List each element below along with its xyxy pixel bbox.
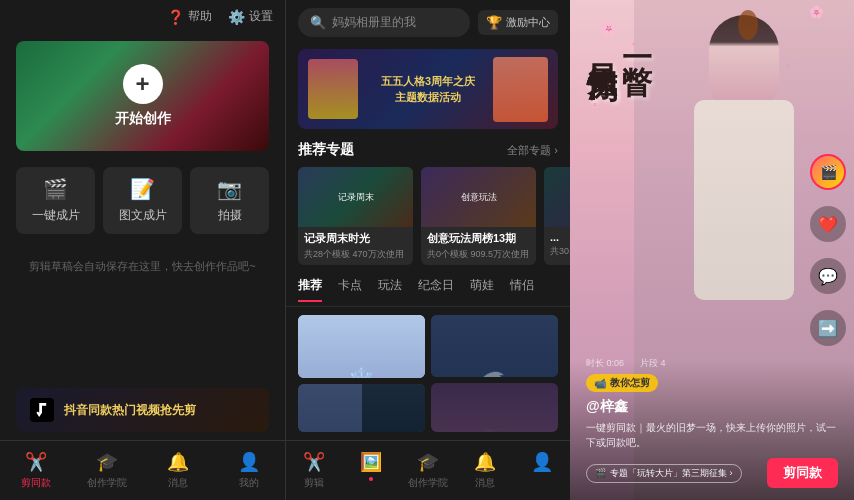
settings-icon: ⚙️	[228, 9, 245, 25]
ad-banner[interactable]: 五五人格3周年之庆主题数据活动	[298, 49, 558, 129]
nav-item-profile[interactable]: 👤 我的	[214, 447, 285, 494]
nav-item-message[interactable]: 🔔 消息	[143, 447, 214, 494]
edit-button[interactable]: 剪同款	[767, 458, 838, 488]
mid-nav-academy[interactable]: 🎓 创作学院	[400, 447, 457, 494]
promo-banner[interactable]: 抖音同款热门视频抢先剪	[16, 388, 269, 432]
shoot-btn[interactable]: 📷 拍摄	[190, 167, 269, 234]
username[interactable]: @梓鑫	[586, 398, 838, 416]
topic-thumb-2: 创意玩法	[421, 167, 536, 227]
heart-icon: ❤️	[818, 215, 838, 234]
message-icon: 🔔	[167, 451, 189, 473]
image-text-icon: 📝	[130, 177, 155, 201]
topics-title: 推荐专题	[298, 141, 354, 159]
plus-icon: +	[123, 64, 163, 104]
search-placeholder: 妈妈相册里的我	[332, 14, 416, 31]
shoot-label: 拍摄	[218, 207, 242, 224]
ad-decoration	[308, 59, 358, 119]
avatar-small[interactable]: 🎬	[810, 154, 846, 190]
scissors-icon: ✂️	[25, 451, 47, 473]
comment-button[interactable]: 💬	[810, 258, 846, 294]
create-area[interactable]: + 开始创作	[16, 41, 269, 151]
mid-nav-edit[interactable]: ✂️ 剪辑	[286, 447, 343, 494]
topic-stats-3: 共30...	[550, 245, 570, 258]
topic-card-2[interactable]: 创意玩法 创意玩法周榜13期 共0个模板 909.5万次使用	[421, 167, 536, 265]
nav-edit-label: 剪同款	[21, 476, 51, 490]
topic-thumb-1: 记录周末	[298, 167, 413, 227]
mid-nav-message-label: 消息	[475, 476, 495, 490]
right-sidebar-icons: 🎬 ❤️ 💬 ➡️	[810, 154, 846, 346]
mid-profile-icon: 👤	[531, 451, 553, 473]
panel-mid: 🔍 妈妈相册里的我 🏆 激励中心 五五人格3周年之庆主题数据活动 推荐专题 全部…	[285, 0, 570, 500]
academy-icon: 🎓	[96, 451, 118, 473]
topic-stats-2: 共0个模板 909.5万次使用	[427, 248, 530, 261]
title-text-area: 早知惊鸿 一瞥	[586, 40, 654, 48]
share-button[interactable]: ➡️	[810, 310, 846, 346]
topic-info-3: ... 共30...	[544, 227, 570, 262]
filter-tab-play[interactable]: 玩法	[378, 277, 402, 302]
topic-card-3[interactable]: B ... 共30...	[544, 167, 570, 265]
template-card-3[interactable]: 🌊 天之岳	[431, 315, 558, 377]
filter-tab-anniversary[interactable]: 纪念日	[418, 277, 454, 302]
action-row: 🎬 一键成片 📝 图文成片 📷 拍摄	[16, 167, 269, 234]
comment-icon: 💬	[818, 267, 838, 286]
left-header: ❓ 帮助 ⚙️ 设置	[0, 0, 285, 33]
template-card-1[interactable]: ❄️	[298, 315, 425, 378]
special-tag-text: 专题「玩转大片」第三期征集 ›	[610, 467, 733, 480]
filter-tab-couple[interactable]: 情侣	[510, 277, 534, 302]
mid-nav-message[interactable]: 🔔 消息	[456, 447, 513, 494]
special-tag[interactable]: 🎬 专题「玩转大片」第三期征集 ›	[586, 464, 742, 483]
draft-hint: 剪辑草稿会自动保存在这里，快去创作作品吧~	[0, 242, 285, 380]
template-thumb-1: ❄️	[298, 315, 425, 378]
nav-item-edit[interactable]: ✂️ 剪同款	[0, 447, 71, 494]
topics-more[interactable]: 全部专题 ›	[507, 143, 558, 158]
profile-icon: 👤	[238, 451, 260, 473]
topic-card-1[interactable]: 记录周末 记录周末时光 共28个模板 470万次使用	[298, 167, 413, 265]
template-card-2[interactable]: 小时侯	[298, 384, 425, 432]
filter-tab-beat[interactable]: 卡点	[338, 277, 362, 302]
nav-profile-label: 我的	[239, 476, 259, 490]
hair-deco	[738, 10, 758, 40]
panel-right: 🌸 🌸 🌸 🌸 🌸 早知惊鸿 一瞥 🎬 ❤️ 💬 ➡️ 时长	[570, 0, 854, 500]
nav-message-label: 消息	[168, 476, 188, 490]
filter-tab-recommend[interactable]: 推荐	[298, 277, 322, 302]
settings-button[interactable]: ⚙️ 设置	[228, 8, 273, 25]
one-click-btn[interactable]: 🎬 一键成片	[16, 167, 95, 234]
image-text-label: 图文成片	[119, 207, 167, 224]
ad-right-deco	[493, 57, 548, 122]
reward-button[interactable]: 🏆 激励中心	[478, 10, 558, 35]
reward-label: 激励中心	[506, 15, 550, 30]
title-chinese-text-2: 一瞥	[621, 40, 654, 48]
topic-name-1: 记录周末时光	[304, 231, 407, 246]
mid-scissors-icon: ✂️	[303, 451, 325, 473]
share-icon: ➡️	[818, 319, 838, 338]
like-button[interactable]: ❤️	[810, 206, 846, 242]
topic-stats-1: 共28个模板 470万次使用	[304, 248, 407, 261]
search-icon: 🔍	[310, 15, 326, 30]
help-button[interactable]: ❓ 帮助	[167, 8, 212, 25]
nav-item-academy[interactable]: 🎓 创作学院	[71, 447, 142, 494]
topic-info-1: 记录周末时光 共28个模板 470万次使用	[298, 227, 413, 265]
help-label: 帮助	[188, 8, 212, 25]
dress-area	[694, 100, 794, 300]
template-thumb-4: 🎞️	[431, 383, 558, 432]
template-col-2: 🌊 天之岳 🎞️	[431, 315, 558, 432]
topics-row: 记录周末 记录周末时光 共28个模板 470万次使用 创意玩法 创意玩法周榜13…	[286, 163, 570, 269]
teach-icon: 📹	[594, 378, 606, 389]
one-click-icon: 🎬	[43, 177, 68, 201]
topics-section-header: 推荐专题 全部专题 ›	[286, 133, 570, 163]
topic-info-2: 创意玩法周榜13期 共0个模板 909.5万次使用	[421, 227, 536, 265]
template-card-4[interactable]: 🎞️	[431, 383, 558, 432]
search-bar[interactable]: 🔍 妈妈相册里的我	[298, 8, 470, 37]
filter-tab-baby[interactable]: 萌娃	[470, 277, 494, 302]
mid-bottom-nav: ✂️ 剪辑 🖼️ 🎓 创作学院 🔔 消息 👤	[286, 440, 570, 500]
filter-tabs: 推荐 卡点 玩法 纪念日 萌娃 情侣	[286, 269, 570, 307]
image-text-btn[interactable]: 📝 图文成片	[103, 167, 182, 234]
panel-left: ❓ 帮助 ⚙️ 设置 + 开始创作 🎬 一键成片 📝 图文成片 📷 拍摄 剪辑草…	[0, 0, 285, 500]
settings-label: 设置	[249, 8, 273, 25]
reward-icon: 🏆	[486, 15, 502, 30]
mid-nav-profile[interactable]: 👤	[513, 447, 570, 494]
nav-academy-label: 创作学院	[87, 476, 127, 490]
title-chinese-text: 早知惊鸿	[586, 40, 619, 48]
mid-nav-template[interactable]: 🖼️	[343, 447, 400, 494]
mid-nav-edit-label: 剪辑	[304, 476, 324, 490]
